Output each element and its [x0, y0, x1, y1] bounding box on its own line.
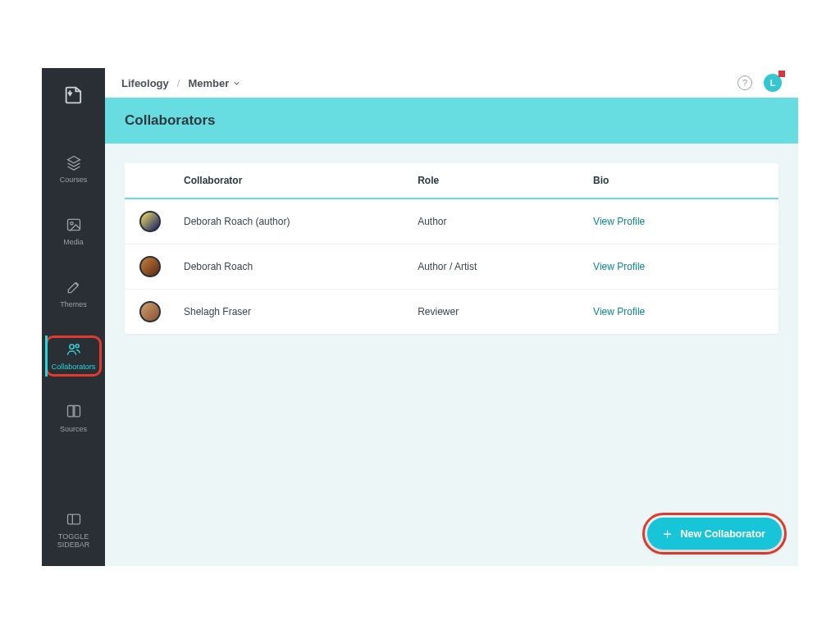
collaborator-avatar — [139, 301, 161, 322]
sidebar-label: Media — [63, 239, 84, 247]
image-icon — [65, 216, 83, 234]
sidebar-item-collaborators[interactable]: Collaborators — [45, 336, 102, 377]
collaborator-avatar — [139, 256, 161, 277]
book-icon — [65, 403, 83, 421]
breadcrumb-separator: / — [177, 77, 180, 89]
chevron-down-icon — [232, 79, 241, 88]
collaborator-name: Deborah Roach (author) — [184, 216, 418, 227]
collaborator-name: Deborah Roach — [184, 261, 418, 272]
sidebar-bottom: TOGGLE SIDEBAR — [42, 505, 105, 566]
layers-icon — [65, 153, 83, 171]
sidebar-toggle-label: TOGGLE SIDEBAR — [57, 533, 90, 550]
svg-rect-4 — [67, 514, 80, 524]
col-header-role: Role — [418, 175, 593, 186]
collaborator-avatar — [139, 211, 161, 232]
sidebar-label: Collaborators — [52, 363, 96, 372]
svg-point-2 — [69, 345, 73, 349]
plus-icon: ＋ — [660, 527, 674, 541]
breadcrumb-current-label: Member — [188, 77, 229, 89]
col-header-bio: Bio — [593, 175, 769, 186]
user-avatar[interactable]: L — [764, 74, 782, 92]
collaborator-role: Author — [418, 216, 593, 227]
table-header-row: Collaborator Role Bio — [125, 163, 778, 199]
view-profile-link[interactable]: View Profile — [593, 261, 769, 272]
new-collaborator-label: New Collaborator — [681, 528, 766, 540]
col-header-collaborator: Collaborator — [184, 175, 418, 186]
sidebar-item-media[interactable]: Media — [42, 211, 105, 252]
sidebar-nav: Courses Media Themes Collaborators — [42, 148, 105, 438]
view-profile-link[interactable]: View Profile — [593, 306, 769, 317]
app-logo[interactable] — [62, 83, 86, 107]
content-area: Collaborator Role Bio Deborah Roach (aut… — [105, 144, 798, 566]
app-shell: Courses Media Themes Collaborators — [42, 68, 798, 566]
collaborator-role: Author / Artist — [418, 261, 593, 272]
new-collaborator-button[interactable]: ＋ New Collaborator — [647, 518, 783, 550]
sidebar-label: Courses — [60, 176, 88, 185]
svg-point-3 — [75, 345, 79, 348]
page-title: Collaborators — [105, 98, 798, 144]
breadcrumb: Lifeology / Member — [121, 77, 241, 89]
users-icon — [65, 340, 83, 358]
sidebar-item-sources[interactable]: Sources — [42, 398, 105, 439]
topbar-actions: ? L — [737, 74, 782, 92]
breadcrumb-current[interactable]: Member — [188, 77, 241, 89]
main-area: Lifeology / Member ? L Collaborators Col… — [105, 68, 798, 566]
collaborator-role: Reviewer — [418, 306, 593, 317]
sidebar-toggle[interactable]: TOGGLE SIDEBAR — [42, 505, 105, 555]
table-row: Shelagh Fraser Reviewer View Profile — [125, 290, 778, 334]
new-collaborator-highlight: ＋ New Collaborator — [642, 513, 788, 555]
sidebar-label: Themes — [60, 301, 87, 309]
panel-icon — [65, 510, 83, 528]
palette-icon — [65, 278, 83, 296]
breadcrumb-root[interactable]: Lifeology — [121, 77, 169, 89]
collaborator-name: Shelagh Fraser — [184, 306, 418, 317]
topbar: Lifeology / Member ? L — [105, 68, 798, 98]
sidebar-item-courses[interactable]: Courses — [42, 148, 105, 189]
sidebar-label: Sources — [60, 426, 87, 434]
sidebar-item-themes[interactable]: Themes — [42, 273, 105, 314]
collaborators-table: Collaborator Role Bio Deborah Roach (aut… — [125, 163, 778, 334]
sidebar: Courses Media Themes Collaborators — [42, 68, 105, 566]
help-icon[interactable]: ? — [737, 75, 752, 90]
table-row: Deborah Roach (author) Author View Profi… — [125, 199, 778, 244]
svg-point-1 — [70, 222, 72, 225]
table-row: Deborah Roach Author / Artist View Profi… — [125, 244, 778, 290]
svg-rect-0 — [67, 219, 80, 230]
view-profile-link[interactable]: View Profile — [593, 216, 769, 227]
